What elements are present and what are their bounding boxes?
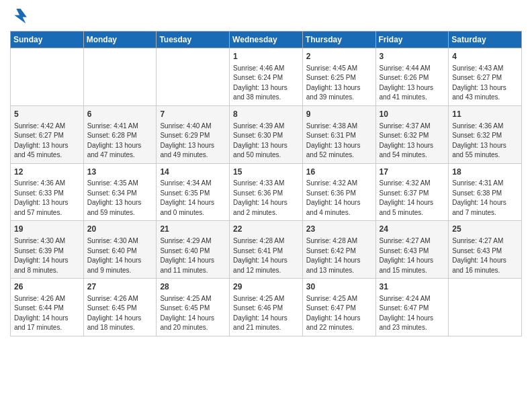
calendar-cell (83, 48, 157, 106)
cell-info: Sunrise: 4:35 AM Sunset: 6:34 PM Dayligh… (87, 179, 153, 218)
day-number: 19 (14, 224, 80, 235)
logo-icon (10, 7, 29, 26)
weekday-header-thursday: Thursday (302, 32, 375, 48)
calendar-cell: 30Sunrise: 4:25 AM Sunset: 6:47 PM Dayli… (302, 279, 375, 336)
weekday-header-wednesday: Wednesday (230, 32, 303, 48)
calendar-cell: 4Sunrise: 4:43 AM Sunset: 6:27 PM Daylig… (449, 48, 522, 106)
cell-info: Sunrise: 4:32 AM Sunset: 6:36 PM Dayligh… (306, 179, 372, 218)
calendar-cell: 14Sunrise: 4:34 AM Sunset: 6:35 PM Dayli… (157, 163, 230, 221)
day-number: 22 (233, 224, 299, 235)
calendar-cell: 11Sunrise: 4:36 AM Sunset: 6:32 PM Dayli… (449, 105, 522, 163)
calendar-cell: 2Sunrise: 4:45 AM Sunset: 6:25 PM Daylig… (302, 48, 375, 106)
logo (10, 7, 32, 26)
day-number: 15 (233, 167, 299, 178)
cell-info: Sunrise: 4:44 AM Sunset: 6:26 PM Dayligh… (380, 64, 445, 103)
weekday-header-monday: Monday (83, 32, 157, 48)
day-number: 23 (306, 224, 372, 235)
calendar-cell: 7Sunrise: 4:40 AM Sunset: 6:29 PM Daylig… (157, 105, 230, 163)
day-number: 21 (160, 224, 226, 235)
calendar-cell: 23Sunrise: 4:28 AM Sunset: 6:42 PM Dayli… (302, 221, 375, 279)
calendar-cell: 26Sunrise: 4:26 AM Sunset: 6:44 PM Dayli… (11, 279, 84, 336)
day-number: 3 (380, 51, 445, 62)
calendar-row-1: 5Sunrise: 4:42 AM Sunset: 6:27 PM Daylig… (11, 105, 522, 163)
day-number: 20 (87, 224, 153, 235)
cell-info: Sunrise: 4:43 AM Sunset: 6:27 PM Dayligh… (452, 64, 518, 103)
calendar-cell (11, 48, 84, 106)
cell-info: Sunrise: 4:36 AM Sunset: 6:32 PM Dayligh… (452, 122, 518, 161)
day-number: 11 (452, 109, 518, 120)
cell-info: Sunrise: 4:29 AM Sunset: 6:40 PM Dayligh… (160, 236, 226, 275)
weekday-header-sunday: Sunday (11, 32, 84, 48)
day-number: 30 (306, 281, 372, 293)
day-number: 31 (380, 281, 445, 293)
cell-info: Sunrise: 4:25 AM Sunset: 6:45 PM Dayligh… (160, 294, 226, 333)
calendar-row-4: 26Sunrise: 4:26 AM Sunset: 6:44 PM Dayli… (11, 279, 522, 336)
day-number: 25 (452, 224, 518, 235)
svg-marker-0 (14, 9, 27, 24)
day-number: 17 (380, 167, 445, 178)
cell-info: Sunrise: 4:40 AM Sunset: 6:29 PM Dayligh… (160, 122, 226, 161)
cell-info: Sunrise: 4:25 AM Sunset: 6:46 PM Dayligh… (233, 294, 299, 333)
cell-info: Sunrise: 4:25 AM Sunset: 6:47 PM Dayligh… (306, 294, 372, 333)
cell-info: Sunrise: 4:36 AM Sunset: 6:33 PM Dayligh… (14, 179, 80, 218)
day-number: 29 (233, 281, 299, 293)
day-number: 12 (14, 167, 80, 178)
calendar-cell: 28Sunrise: 4:25 AM Sunset: 6:45 PM Dayli… (157, 279, 230, 336)
cell-info: Sunrise: 4:30 AM Sunset: 6:39 PM Dayligh… (14, 236, 80, 275)
cell-info: Sunrise: 4:26 AM Sunset: 6:44 PM Dayligh… (14, 294, 80, 333)
cell-info: Sunrise: 4:27 AM Sunset: 6:43 PM Dayligh… (380, 236, 445, 275)
cell-info: Sunrise: 4:34 AM Sunset: 6:35 PM Dayligh… (160, 179, 226, 218)
cell-info: Sunrise: 4:26 AM Sunset: 6:45 PM Dayligh… (87, 294, 153, 333)
day-number: 8 (233, 109, 299, 120)
day-number: 18 (452, 167, 518, 178)
cell-info: Sunrise: 4:46 AM Sunset: 6:24 PM Dayligh… (233, 64, 299, 103)
calendar-cell: 27Sunrise: 4:26 AM Sunset: 6:45 PM Dayli… (83, 279, 157, 336)
calendar-cell: 10Sunrise: 4:37 AM Sunset: 6:32 PM Dayli… (375, 105, 449, 163)
cell-info: Sunrise: 4:37 AM Sunset: 6:32 PM Dayligh… (380, 122, 445, 161)
cell-info: Sunrise: 4:45 AM Sunset: 6:25 PM Dayligh… (306, 64, 372, 103)
day-number: 16 (306, 167, 372, 178)
calendar-cell: 1Sunrise: 4:46 AM Sunset: 6:24 PM Daylig… (230, 48, 303, 106)
day-number: 1 (233, 51, 299, 62)
cell-info: Sunrise: 4:31 AM Sunset: 6:38 PM Dayligh… (452, 179, 518, 218)
cell-info: Sunrise: 4:32 AM Sunset: 6:37 PM Dayligh… (380, 179, 445, 218)
page: SundayMondayTuesdayWednesdayThursdayFrid… (0, 0, 532, 411)
cell-info: Sunrise: 4:30 AM Sunset: 6:40 PM Dayligh… (87, 236, 153, 275)
day-number: 24 (380, 224, 445, 235)
cell-info: Sunrise: 4:27 AM Sunset: 6:43 PM Dayligh… (452, 236, 518, 275)
cell-info: Sunrise: 4:24 AM Sunset: 6:47 PM Dayligh… (380, 294, 445, 333)
calendar-cell: 12Sunrise: 4:36 AM Sunset: 6:33 PM Dayli… (11, 163, 84, 221)
calendar-cell: 5Sunrise: 4:42 AM Sunset: 6:27 PM Daylig… (11, 105, 84, 163)
day-number: 26 (14, 281, 80, 293)
calendar-cell: 22Sunrise: 4:28 AM Sunset: 6:41 PM Dayli… (230, 221, 303, 279)
calendar-cell: 25Sunrise: 4:27 AM Sunset: 6:43 PM Dayli… (449, 221, 522, 279)
calendar-cell: 17Sunrise: 4:32 AM Sunset: 6:37 PM Dayli… (375, 163, 449, 221)
weekday-header-friday: Friday (375, 32, 449, 48)
weekday-header-tuesday: Tuesday (157, 32, 230, 48)
calendar-cell: 6Sunrise: 4:41 AM Sunset: 6:28 PM Daylig… (83, 105, 157, 163)
calendar-cell: 8Sunrise: 4:39 AM Sunset: 6:30 PM Daylig… (230, 105, 303, 163)
cell-info: Sunrise: 4:38 AM Sunset: 6:31 PM Dayligh… (306, 122, 372, 161)
calendar-table: SundayMondayTuesdayWednesdayThursdayFrid… (10, 31, 522, 336)
calendar-cell (157, 48, 230, 106)
calendar-cell: 20Sunrise: 4:30 AM Sunset: 6:40 PM Dayli… (83, 221, 157, 279)
cell-info: Sunrise: 4:39 AM Sunset: 6:30 PM Dayligh… (233, 122, 299, 161)
calendar-cell: 19Sunrise: 4:30 AM Sunset: 6:39 PM Dayli… (11, 221, 84, 279)
day-number: 10 (380, 109, 445, 120)
weekday-header-saturday: Saturday (449, 32, 522, 48)
calendar-cell: 13Sunrise: 4:35 AM Sunset: 6:34 PM Dayli… (83, 163, 157, 221)
calendar-row-0: 1Sunrise: 4:46 AM Sunset: 6:24 PM Daylig… (11, 48, 522, 106)
calendar-cell: 3Sunrise: 4:44 AM Sunset: 6:26 PM Daylig… (375, 48, 449, 106)
cell-info: Sunrise: 4:33 AM Sunset: 6:36 PM Dayligh… (233, 179, 299, 218)
day-number: 2 (306, 51, 372, 62)
calendar-cell: 18Sunrise: 4:31 AM Sunset: 6:38 PM Dayli… (449, 163, 522, 221)
weekday-header-row: SundayMondayTuesdayWednesdayThursdayFrid… (11, 32, 522, 48)
calendar-row-3: 19Sunrise: 4:30 AM Sunset: 6:39 PM Dayli… (11, 221, 522, 279)
cell-info: Sunrise: 4:41 AM Sunset: 6:28 PM Dayligh… (87, 122, 153, 161)
calendar-cell (449, 279, 522, 336)
cell-info: Sunrise: 4:28 AM Sunset: 6:41 PM Dayligh… (233, 236, 299, 275)
calendar-cell: 29Sunrise: 4:25 AM Sunset: 6:46 PM Dayli… (230, 279, 303, 336)
calendar-cell: 21Sunrise: 4:29 AM Sunset: 6:40 PM Dayli… (157, 221, 230, 279)
calendar-cell: 15Sunrise: 4:33 AM Sunset: 6:36 PM Dayli… (230, 163, 303, 221)
calendar-cell: 16Sunrise: 4:32 AM Sunset: 6:36 PM Dayli… (302, 163, 375, 221)
